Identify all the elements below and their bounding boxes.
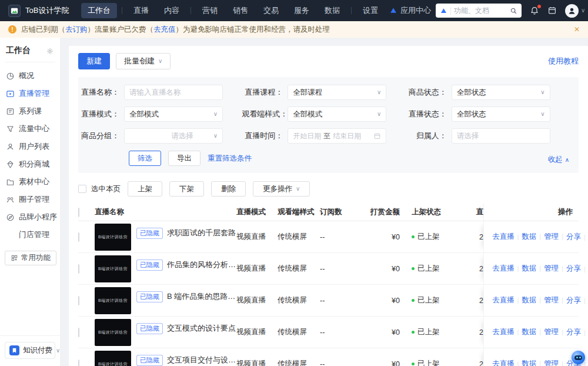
tutorial-link[interactable]: 使用教程 (548, 56, 579, 66)
filter-text-input[interactable] (452, 128, 550, 144)
subscribe-link[interactable]: 去订购 (65, 25, 88, 34)
share-link[interactable]: 分享 (559, 327, 581, 337)
nav-item[interactable]: 直播 (127, 3, 155, 18)
nav-item[interactable]: 工作台 (81, 3, 117, 18)
points-icon (6, 160, 15, 169)
go-live-link[interactable]: 去直播 (492, 295, 514, 305)
filter-select[interactable]: 全部模式 ∨ (288, 107, 386, 122)
live-mode: 视频直播 (236, 327, 278, 337)
share-link[interactable]: 分享 (559, 264, 581, 274)
filter-date-range[interactable]: 开始日期 至 结束日期 (288, 128, 386, 144)
shelf-status: 已上架 (403, 232, 456, 242)
more-link[interactable]: ··· (581, 233, 588, 241)
go-live-link[interactable]: 去直播 (492, 232, 514, 242)
close-icon[interactable]: ✕ (574, 25, 580, 34)
manage-link[interactable]: 管理 (536, 359, 559, 366)
nav-item[interactable]: 设置 (356, 3, 385, 18)
table-row: B端设计训练营 已隐藏 交互模式的设计要点 视频直播 传统横屏 -- ¥0 已上… (78, 317, 579, 348)
knowledge-pay-switcher[interactable]: 知识付费 ∨ (5, 342, 55, 359)
filter-buttons: 筛选 导出 重置筛选条件 (78, 151, 569, 166)
row-checkbox[interactable] (78, 264, 79, 274)
users-icon (6, 142, 15, 151)
quick-functions-button[interactable]: 常用功能 (5, 251, 56, 265)
reset-filters-link[interactable]: 重置筛选条件 (208, 154, 252, 164)
notifications-button[interactable] (530, 6, 539, 16)
sidebar-footer: 知识付费 ∨ (0, 335, 60, 366)
filter-button[interactable]: 筛选 (129, 151, 161, 166)
viewer-style: 传统横屏 (278, 232, 320, 242)
account-menu[interactable]: ∨ (565, 4, 585, 18)
create-button[interactable]: 新建 (78, 53, 110, 69)
export-button[interactable]: 导出 (168, 151, 201, 166)
batch-create-button[interactable]: 批量创建 ∨ (116, 53, 171, 69)
sidebar-item[interactable]: 圈子管理 (5, 191, 55, 208)
live-time-clipped: 2 (456, 265, 483, 273)
nav-item-app-center[interactable]: 应用中心 (385, 3, 436, 18)
gear-icon[interactable] (46, 46, 54, 55)
sidebar-item[interactable]: 直播管理 (5, 85, 55, 102)
nav-item[interactable]: 数据 (318, 3, 346, 18)
app-launcher-icon[interactable] (547, 6, 557, 15)
status-dot (412, 331, 415, 334)
more-link[interactable]: ··· (581, 297, 588, 305)
shelf-status: 已上架 (403, 295, 456, 305)
sidebar-item[interactable]: 积分商城 (5, 155, 55, 173)
share-link[interactable]: 分享 (559, 232, 581, 242)
manage-link[interactable]: 管理 (536, 232, 559, 242)
manage-link[interactable]: 管理 (536, 295, 559, 305)
row-checkbox[interactable] (78, 232, 79, 242)
filter-select[interactable]: 全部状态 ∨ (452, 107, 550, 122)
data-link[interactable]: 数据 (514, 264, 537, 274)
go-live-link[interactable]: 去直播 (492, 359, 514, 366)
manage-link[interactable]: 管理 (536, 264, 559, 274)
unpublish-button[interactable]: 下架 (169, 181, 204, 197)
header-checkbox[interactable] (78, 208, 79, 217)
manage-link[interactable]: 管理 (536, 327, 559, 337)
live-time-clipped: 2 (456, 328, 483, 337)
recharge-link[interactable]: 去充值 (153, 25, 176, 34)
data-link[interactable]: 数据 (514, 359, 537, 366)
nav-item[interactable]: 营销 (196, 3, 224, 18)
delete-button[interactable]: 删除 (211, 181, 246, 197)
more-link[interactable]: ··· (581, 328, 588, 337)
nav-item[interactable]: 销售 (226, 3, 255, 18)
more-link[interactable]: ··· (581, 265, 588, 273)
sidebar-item[interactable]: 系列课 (5, 102, 55, 120)
filter-select[interactable]: 全部状态 ∨ (452, 85, 550, 100)
assistant-robot-button[interactable] (572, 351, 585, 364)
sidebar-item[interactable]: 品牌小程序 (5, 208, 55, 226)
sidebar-item[interactable]: 概况 (5, 67, 55, 85)
viewer-style: 传统横屏 (278, 295, 320, 305)
data-link[interactable]: 数据 (514, 295, 537, 305)
row-checkbox[interactable] (78, 296, 79, 305)
more-actions-button[interactable]: 更多操作 ∨ (253, 181, 310, 197)
go-live-link[interactable]: 去直播 (492, 264, 514, 274)
nav-item[interactable]: 服务 (288, 3, 316, 18)
nav-item[interactable]: 内容 (158, 3, 186, 18)
sidebar-item[interactable]: 素材中心 (5, 173, 55, 191)
data-link[interactable]: 数据 (514, 327, 537, 337)
row-checkbox[interactable] (78, 328, 79, 337)
row-checkbox[interactable] (78, 360, 79, 366)
collapse-link[interactable]: 收起 ∧ (548, 155, 569, 165)
filter-select[interactable]: 请选择 ∨ (124, 128, 223, 144)
filter-select[interactable]: 全部模式 ∨ (124, 107, 223, 122)
sidebar-item[interactable]: 流量中心 (5, 120, 55, 138)
sidebar-item[interactable]: 用户列表 (5, 138, 55, 155)
share-link[interactable]: 分享 (559, 295, 581, 305)
go-live-link[interactable]: 去直播 (492, 327, 514, 337)
publish-button[interactable]: 上架 (128, 181, 162, 197)
search-icon[interactable] (510, 7, 517, 15)
subscriber-count: -- (320, 233, 363, 241)
select-all-checkbox[interactable] (78, 185, 86, 193)
search-input[interactable] (454, 6, 507, 15)
subscriber-count: -- (320, 360, 363, 366)
filter-text-input[interactable] (124, 85, 223, 100)
global-search[interactable] (436, 4, 522, 18)
reward-amount: ¥0 (363, 265, 403, 273)
sidebar-item[interactable]: 门店管理 (5, 226, 55, 244)
shelf-status: 已上架 (403, 359, 456, 366)
data-link[interactable]: 数据 (514, 232, 537, 242)
filter-select[interactable]: 全部课程 ∨ (288, 85, 386, 100)
nav-item[interactable]: 交易 (257, 3, 285, 18)
